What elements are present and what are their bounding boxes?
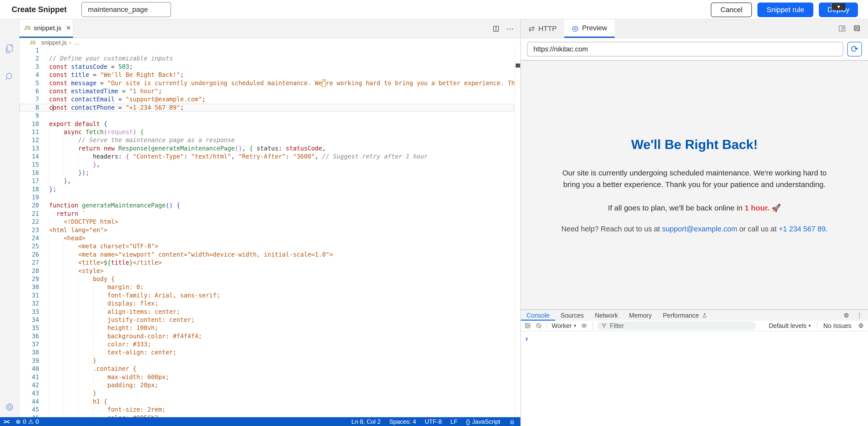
- code-editor[interactable]: 12// Define your customizable inputs3con…: [20, 47, 514, 417]
- tab-performance[interactable]: Performance: [657, 310, 713, 321]
- code-text: const message = "Our site is currently u…: [49, 79, 514, 87]
- eol-sequence[interactable]: LF: [451, 418, 458, 425]
- console-settings-gear-icon[interactable]: [858, 322, 865, 329]
- split-editor-icon[interactable]: [492, 25, 500, 32]
- tab-console[interactable]: Console: [521, 310, 555, 321]
- breadcrumb-separator: ›: [69, 39, 71, 46]
- problems-indicator[interactable]: ⊗ 0 ⚠ 0: [16, 418, 39, 425]
- tab-http[interactable]: ⇄ HTTP: [521, 20, 564, 38]
- scrollbar-thumb[interactable]: [516, 63, 520, 67]
- chevron-down-icon: ▾: [809, 323, 811, 329]
- cursor-position[interactable]: Ln 8, Col 2: [351, 418, 381, 425]
- context-selector[interactable]: Worker ▾: [552, 322, 576, 330]
- code-text: async fetch(request) {: [49, 128, 514, 136]
- code-line: 5const message = "Our site is currently …: [20, 79, 514, 87]
- text-cursor: [53, 104, 53, 111]
- remote-icon[interactable]: ><: [3, 418, 9, 425]
- code-text: padding: 20px;: [49, 381, 514, 389]
- tab-network[interactable]: Network: [589, 310, 623, 321]
- preview-pane: ⇄ HTTP ◎ Preview: [520, 20, 868, 426]
- discord-icon[interactable]: [852, 24, 862, 33]
- more-actions-icon[interactable]: ⋯: [506, 24, 514, 33]
- code-text: background-color: #f4f4f4;: [49, 332, 514, 340]
- chevron-down-icon: ▾: [574, 323, 576, 329]
- encoding[interactable]: UTF-8: [425, 418, 442, 425]
- code-text: // Define your customizable inputs: [49, 54, 514, 62]
- warning-count: 0: [35, 418, 39, 425]
- tab-snippet-js[interactable]: JS snippet.js ✕: [20, 20, 73, 38]
- support-email-link[interactable]: support@example.com: [662, 225, 737, 233]
- console-output[interactable]: ›: [521, 331, 868, 342]
- code-line: 10export default {: [20, 120, 514, 128]
- files-icon[interactable]: [4, 44, 16, 55]
- issues-counter[interactable]: No Issues: [824, 322, 851, 330]
- settings-gear-icon[interactable]: [4, 401, 16, 413]
- braces-icon: {}: [466, 418, 470, 425]
- code-line: 16 });: [20, 169, 514, 177]
- line-number: 10: [20, 120, 44, 128]
- console-prompt[interactable]: ›: [525, 335, 868, 342]
- code-text: text-align: center;: [49, 348, 514, 357]
- tab-sources[interactable]: Sources: [555, 310, 589, 321]
- code-line: 23<html lang="en">: [20, 226, 514, 234]
- close-icon[interactable]: ✕: [66, 24, 71, 31]
- indentation[interactable]: Spaces: 4: [389, 418, 416, 425]
- line-number: 8: [20, 104, 44, 112]
- tab-preview[interactable]: ◎ Preview: [564, 20, 615, 38]
- tab-memory[interactable]: Memory: [623, 310, 657, 321]
- divider: [817, 322, 817, 329]
- rocket-emoji: 🚀: [770, 204, 781, 212]
- code-text: <style>: [49, 267, 514, 275]
- editor-scrollbar[interactable]: [514, 47, 520, 417]
- code-text: <meta charset="UTF-8">: [49, 242, 514, 250]
- line-number: 26: [20, 251, 44, 259]
- refresh-button[interactable]: ⟳: [847, 42, 862, 56]
- search-icon[interactable]: [4, 71, 16, 83]
- line-number: 40: [20, 365, 44, 373]
- kebab-menu-icon[interactable]: ⋮: [856, 311, 863, 320]
- refresh-icon: ⟳: [851, 44, 859, 54]
- code-text: font-size: 2rem;: [49, 405, 514, 414]
- notifications-bell-icon[interactable]: [509, 419, 515, 425]
- clear-console-icon[interactable]: [535, 322, 542, 329]
- url-input[interactable]: [527, 42, 843, 56]
- deploy-caret-button[interactable]: ▾: [831, 3, 845, 10]
- code-text: },: [49, 177, 514, 185]
- divider: [592, 322, 593, 329]
- devtools-tab-bar: Console Sources Network Memory Performan…: [521, 310, 868, 321]
- line-number: 27: [20, 259, 44, 267]
- breadcrumb-file[interactable]: snippet.js: [41, 39, 66, 46]
- devtools-settings-gear-icon[interactable]: [843, 312, 850, 319]
- code-text: const title = "We'll Be Right Back!";: [49, 71, 514, 79]
- line-number: 21: [20, 210, 44, 218]
- log-levels-selector[interactable]: Default levels ▾: [769, 322, 811, 330]
- code-text: const contactPhone = "+1 234 567 89";: [49, 104, 514, 112]
- line-number: 7: [20, 95, 44, 103]
- url-bar: ⟳: [521, 38, 868, 60]
- console-filter-input[interactable]: Filter: [597, 322, 756, 330]
- deploy-split-button[interactable]: Deploy ▾: [819, 2, 858, 17]
- code-line: 25 <meta charset="UTF-8">: [20, 242, 514, 250]
- code-line: 3const statusCode = 503;: [20, 63, 514, 71]
- code-line: 4const title = "We'll Be Right Back!";: [20, 71, 514, 79]
- line-number: 35: [20, 324, 44, 332]
- eta-value: 1 hour.: [745, 204, 769, 212]
- phone-link[interactable]: +1 234 567 89: [779, 225, 826, 233]
- code-line: 36 background-color: #f4f4f4;: [20, 332, 514, 340]
- snippet-rule-button[interactable]: Snippet rule: [757, 2, 813, 17]
- code-line: 18};: [20, 185, 514, 193]
- http-arrows-icon: ⇄: [528, 24, 535, 33]
- cancel-button[interactable]: Cancel: [711, 2, 752, 17]
- breadcrumb[interactable]: JS snippet.js › …: [20, 38, 520, 47]
- live-expression-eye-icon[interactable]: [581, 322, 588, 329]
- code-line: 38 text-align: center;: [20, 348, 514, 357]
- code-line: 22 <!DOCTYPE html>: [20, 218, 514, 226]
- console-sidebar-toggle-icon[interactable]: [524, 322, 531, 329]
- line-number: 2: [20, 54, 44, 62]
- breadcrumb-more[interactable]: …: [74, 39, 80, 46]
- docs-book-icon[interactable]: [838, 24, 846, 33]
- snippet-name-input[interactable]: [81, 2, 171, 17]
- language-mode[interactable]: {} JavaScript: [466, 418, 500, 425]
- maintenance-title: We'll Be Right Back!: [541, 137, 848, 152]
- code-text: max-width: 600px;: [49, 373, 514, 381]
